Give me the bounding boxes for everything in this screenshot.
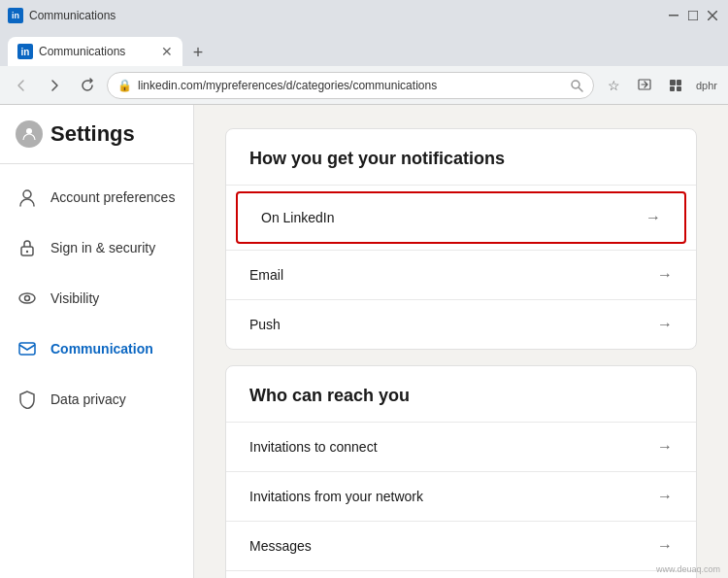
svg-point-11: [26, 128, 32, 134]
email-label: Email: [249, 267, 283, 283]
sidebar-item-label-account: Account preferences: [50, 188, 175, 206]
sidebar-item-label-communication: Communication: [50, 340, 153, 357]
sidebar-item-visibility[interactable]: Visibility: [0, 273, 193, 323]
tab-favicon: in: [17, 44, 33, 59]
address-text: linkedin.com/mypreferences/d/categories/…: [138, 79, 564, 92]
svg-rect-10: [677, 86, 681, 91]
svg-point-12: [23, 190, 31, 198]
title-bar: in Communications: [0, 0, 728, 31]
share-icon[interactable]: [631, 72, 658, 99]
shield-icon: [16, 388, 39, 411]
sidebar-header: Settings: [0, 120, 193, 163]
address-search-icon: [570, 79, 583, 92]
nav-bar: 🔒 linkedin.com/mypreferences/d/categorie…: [0, 66, 728, 105]
tab-close-button[interactable]: ✕: [161, 44, 173, 59]
push-label: Push: [249, 317, 281, 332]
sidebar-item-communication[interactable]: Communication: [0, 323, 193, 374]
sidebar-item-account-preferences[interactable]: Account preferences: [0, 172, 193, 222]
messages-item[interactable]: Messages →: [226, 521, 696, 570]
active-tab[interactable]: in Communications ✕: [8, 37, 182, 66]
sidebar-item-data-privacy[interactable]: Data privacy: [0, 374, 193, 425]
title-favicon: in: [8, 8, 23, 23]
svg-point-4: [572, 81, 579, 88]
email-item[interactable]: Email →: [226, 250, 696, 299]
notifications-section-title: How you get your notifications: [226, 129, 696, 185]
push-arrow-icon: →: [657, 316, 673, 333]
maximize-icon[interactable]: [685, 8, 701, 23]
close-icon[interactable]: [705, 8, 720, 23]
window-controls: [666, 8, 720, 23]
browser-chrome: in Communications in Communications ✕ +: [0, 0, 728, 105]
sidebar-avatar: [16, 120, 43, 148]
lock-icon: 🔒: [117, 79, 132, 92]
invitations-connect-label: Invitations to connect: [249, 439, 378, 455]
push-item[interactable]: Push →: [226, 299, 696, 349]
extensions-icon[interactable]: [662, 72, 689, 99]
sidebar-title: Settings: [50, 121, 135, 147]
invitations-connect-arrow: →: [657, 438, 673, 456]
eye-icon: [16, 287, 39, 310]
bookmark-star-icon[interactable]: ☆: [600, 72, 627, 99]
on-linkedin-item-wrapper: On LinkedIn →: [226, 185, 696, 244]
on-linkedin-arrow-icon: →: [645, 209, 661, 226]
on-linkedin-item[interactable]: On LinkedIn →: [238, 193, 684, 242]
tab-bar: in Communications ✕ +: [0, 31, 728, 66]
email-icon: [16, 337, 39, 360]
invitations-network-arrow: →: [657, 488, 673, 505]
invitations-network-item[interactable]: Invitations from your network →: [226, 471, 696, 521]
svg-rect-1: [688, 11, 698, 20]
messages-arrow: →: [657, 537, 673, 555]
refresh-button[interactable]: [74, 72, 101, 99]
svg-line-5: [579, 87, 583, 91]
forward-button[interactable]: [41, 72, 68, 99]
svg-rect-9: [670, 86, 675, 91]
sidebar-item-label-visibility: Visibility: [50, 289, 99, 307]
svg-rect-17: [19, 343, 35, 355]
sidebar-item-sign-in-security[interactable]: Sign in & security: [0, 222, 193, 273]
email-arrow-icon: →: [657, 266, 673, 284]
invitations-connect-item[interactable]: Invitations to connect →: [226, 422, 696, 471]
sidebar-item-label-security: Sign in & security: [50, 239, 155, 256]
minimize-icon[interactable]: [666, 8, 681, 23]
sidebar-item-label-privacy: Data privacy: [50, 391, 126, 408]
sidebar: Settings Account preferences Sign in & s…: [0, 105, 194, 578]
on-linkedin-highlight-border: On LinkedIn →: [236, 191, 686, 244]
watermark: www.deuaq.com: [656, 564, 720, 574]
svg-rect-8: [677, 80, 681, 85]
reach-section-card: Who can reach you Invitations to connect…: [225, 365, 697, 578]
nav-actions: ☆ dphr: [600, 72, 720, 99]
back-button[interactable]: [8, 72, 35, 99]
sidebar-divider: [0, 163, 193, 164]
lock-icon: [16, 236, 39, 259]
app-container: Settings Account preferences Sign in & s…: [0, 105, 728, 578]
svg-point-15: [19, 293, 35, 303]
research-invites-item[interactable]: Research invites On →: [226, 570, 696, 578]
title-text: Communications: [29, 9, 116, 22]
svg-point-14: [26, 251, 28, 253]
profile-avatar[interactable]: dphr: [693, 72, 720, 99]
person-icon: [16, 186, 39, 209]
svg-rect-0: [669, 15, 678, 17]
invitations-network-label: Invitations from your network: [249, 489, 423, 504]
new-tab-button[interactable]: +: [184, 39, 212, 66]
svg-point-16: [25, 296, 30, 301]
on-linkedin-label: On LinkedIn: [261, 210, 335, 225]
tab-label: Communications: [39, 45, 155, 58]
reach-section-title: Who can reach you: [226, 366, 696, 422]
notifications-section-card: How you get your notifications On Linked…: [225, 128, 697, 350]
messages-label: Messages: [249, 538, 312, 554]
address-bar[interactable]: 🔒 linkedin.com/mypreferences/d/categorie…: [107, 72, 594, 99]
main-content: How you get your notifications On Linked…: [194, 105, 728, 578]
svg-rect-7: [670, 80, 676, 85]
